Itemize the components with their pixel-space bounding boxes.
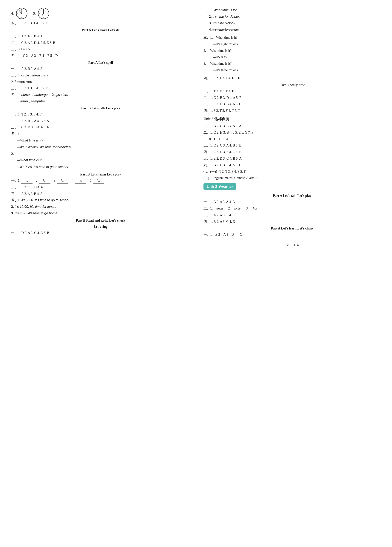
svg-text:6: 6 xyxy=(21,17,22,19)
r-si2-2num: 2. xyxy=(209,15,212,19)
alc1-line: 一、1—B 2—A 3—D 4—C xyxy=(203,232,381,237)
a3-2-label: 二、1. xyxy=(203,206,213,210)
num4-label: 4. xyxy=(11,12,14,15)
b4-l1: —What time is it? xyxy=(17,138,43,142)
bl1-3: 3. for xyxy=(54,179,68,182)
u2-2b-line: 8. D 9. I 10. A xyxy=(203,137,381,142)
r-si3-l3: 3. —What time is it? xyxy=(203,61,381,66)
ss5b: 2. girl ; bird xyxy=(52,93,68,97)
partB-learnplay-header: Part B Let's learn Let's play xyxy=(11,172,190,176)
ss5-section: 四、1. nurse ; hamburger 2. girl ; bird xyxy=(11,92,190,97)
u2-6-line: 六、1. B 2. C 3. E 4. A 5. D xyxy=(203,162,381,168)
a3-1-line: 一、1. B 2. A 3. A 4. B xyxy=(203,199,381,205)
bl2-line: 二、1. B 2. C 3. D 4. A xyxy=(11,185,190,190)
unit2-header: Unit 2 达标自测 xyxy=(203,116,381,122)
r-si2-4num: 4. xyxy=(209,28,212,31)
a3-3-line: 三、1. A 2. A 3. B 4. C xyxy=(203,212,381,218)
a3-4-line: 四、1. B 2. A 3. C 4. D xyxy=(203,219,381,225)
r-si3-q1: —What time is it? xyxy=(213,36,237,39)
partC-story-header: Part C Story time xyxy=(203,83,381,87)
r-si3-label: 三、1. xyxy=(203,36,213,39)
r-si3-a2: —It's 8:45. xyxy=(203,55,381,60)
partA-learnchant-header: Part A Let's learn Let's chant xyxy=(203,226,381,230)
ss1-line: 一、1. A 2. B 3. A 4. A xyxy=(11,66,190,72)
b4-label: 四、1. xyxy=(11,132,20,136)
b4-2l2: —It's 7:20. It's time to go to school. xyxy=(17,165,69,169)
r-si2-l3: It's nine o'clock. xyxy=(212,21,236,25)
num5-label: 5. xyxy=(33,12,36,15)
a3-2-section: 二、1. lunch 2. some 3. hot xyxy=(203,206,381,211)
page-number: ⑥ — 114 xyxy=(203,243,381,247)
a3-2-3: hot xyxy=(250,206,261,211)
partA-spell-header: Part A Let's spell xyxy=(11,61,190,65)
clock5: 12 3 6 9 xyxy=(38,7,49,20)
r-si3-a1: —It's eight o'clock. xyxy=(203,41,381,47)
r-si2-l4: It's time to get up. xyxy=(212,28,239,31)
r-si3-l2: 2. —What time is it? xyxy=(203,48,381,54)
u2-7a-line: 七、(一)1. T 2. T 3. F 4. F 5. T xyxy=(203,169,381,174)
bl1-section: 一、1. to 2. for 3. for 4. to 5. for xyxy=(11,178,190,184)
r-si2-label: 二、1. xyxy=(203,8,213,12)
ss6-line: 3. sister ; computer xyxy=(11,99,190,104)
bl1-2-val: for xyxy=(39,178,50,184)
s2-line: 二、1. C 2. A 3. D 4. F 5. E 6. B xyxy=(11,40,190,46)
s1-line: 一、1. A 2. A 3. B 4. A xyxy=(11,34,190,39)
bl4-3label: 3. xyxy=(11,211,14,215)
u2-2-line: 二、1. C 2. H 3. B 4. J 5. E 6. G 7. F xyxy=(203,130,381,135)
bl4-label: 四、1. xyxy=(11,198,20,202)
svg-text:6: 6 xyxy=(43,17,44,19)
b2-line: 二、1. A 2. B 3. A 4. B 5. A xyxy=(11,118,190,124)
bl1-4: 4. to xyxy=(72,179,86,182)
b4-2l1: —What time is it? xyxy=(17,158,43,162)
partB-talkplay-header: Part B Let's talk Let's play xyxy=(11,106,190,110)
partA-talkplay3-header: Part A Let's talk Let's play xyxy=(203,194,381,198)
unit3-label: Unit 3 Weather xyxy=(203,183,236,190)
u2-1-line: 一、1. B 2. C 3. C 4. A 5. A xyxy=(203,123,381,129)
svg-text:9: 9 xyxy=(17,13,18,14)
r-si2-l1: What time is it? xyxy=(214,8,237,12)
a3-2-1: lunch xyxy=(214,206,225,211)
u2-7b-line: (二)1. English; maths; Chinese 2. art; PE xyxy=(203,175,381,181)
si1-line: 四、1. F 2. F 3. T 4. F 5. F xyxy=(11,21,190,26)
c4-line: 四、1. F 2. T 3. F 4. T 5. T xyxy=(203,108,381,113)
partB-rw-header: Part B Read and write Let's check xyxy=(11,219,190,223)
a3-2-2: some xyxy=(231,206,243,211)
c2-line: 二、1. C 2. B 3. D 4. A 5. E xyxy=(203,95,381,101)
clock-section: 4. 12 3 6 9 5. xyxy=(11,7,190,20)
bl4-2label: 2. xyxy=(11,205,14,209)
bl1-3-val: for xyxy=(57,178,68,184)
bl1-4-val: to xyxy=(75,178,86,184)
b4-section: 四、1. —What time is it? —It's 7 o'clock. … xyxy=(11,131,190,170)
bl4-l1: It's 7:20. It's time to go to school. xyxy=(21,198,70,202)
r-si2-3num: 3. xyxy=(209,21,212,25)
bl1-1: to xyxy=(21,178,33,184)
ss4-line: 三、1. F 2. T 3. F 4. F 5. F xyxy=(11,86,190,91)
unit3-section: Unit 3 Weather xyxy=(203,183,381,191)
u2-5-line: 五、1. E 2. D 3. C 4. B 5. A xyxy=(203,156,381,161)
clock4: 12 3 6 9 xyxy=(16,7,28,20)
b4-l2: —It's 7 o'clock. It's time for breakfast… xyxy=(17,145,72,149)
partB-sing-header: Let's sing xyxy=(11,225,190,229)
s4-line: 四、1—C 2—A 3—B 4—E 5—D xyxy=(11,53,190,59)
bls1-line: 一、1. D 2. A 3. C 4. E 5. B xyxy=(11,230,190,236)
r-si4-line: 四、1. F 2. T 3. T 4. F 5. F xyxy=(203,75,381,81)
svg-text:9: 9 xyxy=(39,13,40,14)
r-si3-section: 三、1.—What time is it? —It's eight o'cloc… xyxy=(203,35,381,73)
u2-4-line: 四、1. E 2. D 3. A 4. C 5. B xyxy=(203,149,381,155)
bl1-5: 5. for xyxy=(90,179,104,182)
ss5-content: nurse ; hamburger xyxy=(21,93,49,97)
c3-line: 三、1. E 2. D 3. B 4. A 5. C xyxy=(203,102,381,107)
r-si3-a3: —It's three o'clock. xyxy=(203,68,381,73)
c1-line: 一、1. T 2. F 3. F 4. F xyxy=(203,89,381,94)
bl3-line: 三、1. A 2. A 3. B 4. A xyxy=(11,191,190,197)
bl4-section: 四、1. It's 7:20. It's time to go to schoo… xyxy=(11,198,190,216)
svg-text:3: 3 xyxy=(25,13,26,14)
bl1-label: 一、1. xyxy=(11,179,20,182)
s3-line: 三、3 1 4 2 5 xyxy=(11,47,190,52)
ss2-line: 二、1. circle thirteen thirty xyxy=(11,73,190,78)
svg-text:3: 3 xyxy=(47,13,48,14)
ss5-label: 四、1. xyxy=(11,93,20,97)
bl1-2: 2. for xyxy=(36,179,50,182)
bl4-2l1: It's 12:00. It's time for lunch. xyxy=(14,205,56,209)
bl1-5-val: for xyxy=(93,178,104,184)
